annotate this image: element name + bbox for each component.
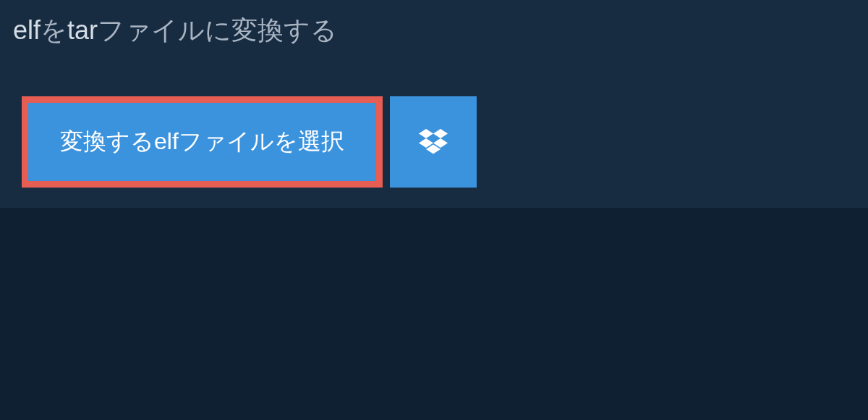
title-segment-4: ファイルに変換する (98, 15, 337, 45)
title-segment-2: を (41, 15, 67, 45)
page-title: elfをtarファイルに変換する (13, 13, 337, 49)
select-file-button-highlight: 変換するelfファイルを選択 (22, 96, 383, 188)
title-bar: elfをtarファイルに変換する (0, 0, 357, 62)
converter-panel: elfをtarファイルに変換する 変換するelfファイルを選択 (0, 0, 868, 208)
dropbox-button[interactable] (390, 96, 477, 188)
title-segment-1: elf (13, 15, 41, 45)
button-row: 変換するelfファイルを選択 (22, 96, 868, 188)
dropbox-icon (419, 129, 448, 155)
select-file-button[interactable]: 変換するelfファイルを選択 (28, 103, 376, 181)
title-segment-3: tar (67, 15, 98, 45)
